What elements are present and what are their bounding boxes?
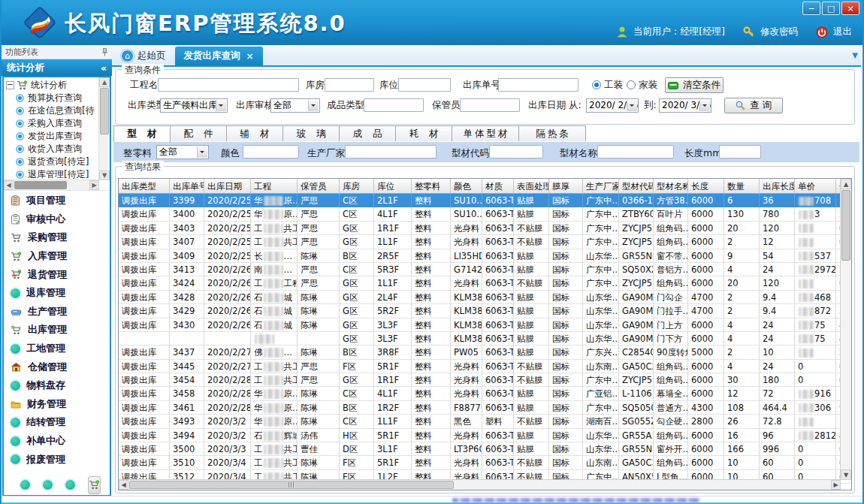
sidebar-item-生产管理[interactable]: 生产管理: [4, 303, 110, 321]
logout-link[interactable]: 退出: [833, 26, 852, 38]
cart-shortcut-button[interactable]: [88, 476, 101, 494]
material-tab-单体型材[interactable]: 单体型材: [452, 125, 519, 141]
change-password-link[interactable]: 修改密码: [760, 26, 798, 38]
dot-icon[interactable]: [43, 480, 53, 490]
tree-item-在途信息查询[待[interactable]: 在途信息查询[待: [5, 104, 98, 117]
table-row[interactable]: 调拨出库35002020/3/3工共工程曹佳D区3L1F整料LT3P606063…: [119, 442, 852, 456]
table-row[interactable]: 调拨出库34032020/2/25工共工程严思G区1R1F整料光身料6063-T…: [119, 222, 852, 235]
column-header-出库日期[interactable]: 出库日期: [204, 179, 251, 194]
outbound-type-select[interactable]: 生产领料出库: [160, 98, 228, 113]
dot-icon[interactable]: [65, 480, 75, 490]
material-tab-耗材[interactable]: 耗材: [395, 125, 452, 141]
tab-home[interactable]: ⌂ 起始页: [112, 47, 175, 65]
sidebar-item-项目管理[interactable]: 项目管理: [4, 192, 110, 210]
table-row[interactable]: 调拨出库34942020/3/2石辉城汤伟H区5R1F整料光身料6063-T5贴…: [119, 429, 852, 442]
sidebar-item-物料盘存[interactable]: 物料盘存: [4, 376, 110, 395]
clear-conditions-button[interactable]: 清空条件: [665, 77, 724, 93]
sidebar-section-header[interactable]: 统计分析 «: [2, 59, 112, 76]
tree-horizontal-scrollbar[interactable]: ◀ ▶: [4, 180, 99, 190]
tree-item-发货出库查询[interactable]: 发货出库查询: [5, 130, 98, 143]
sidebar-item-退货管理[interactable]: 退货管理: [4, 265, 110, 284]
tree-expander-icon[interactable]: [6, 81, 14, 89]
column-header-膜厚[interactable]: 膜厚: [549, 179, 583, 194]
tree-vscroll-thumb[interactable]: [100, 88, 109, 134]
tree-item-预算执行查询[interactable]: 预算执行查询: [5, 92, 98, 104]
table-row[interactable]: 调拨出库34072020/2/25工共工程严思G区1L1F整料光身料6063-T…: [119, 235, 852, 249]
table-row[interactable]: 调拨出库34132020/2/26南…严思C区5R3F整料G714226063-…: [119, 263, 852, 276]
table-row[interactable]: 调拨出库34282020/2/26石城陈琳G区2L4F整料KLM38176063…: [119, 291, 852, 304]
column-header-保管员[interactable]: 保管员: [298, 179, 340, 194]
tab-shipment-query[interactable]: 发货出库查询 ×: [175, 47, 263, 65]
table-row[interactable]: 调拨出库34932020/3/2华原…陈琳C区1L1F整料黑色塑料不贴膜国标湖南…: [119, 415, 852, 428]
table-row[interactable]: 调拨出库34092020/2/25长…陈琳B区2R5F整料LI35HD6063-…: [119, 249, 852, 263]
table-row[interactable]: 调拨出库34002020/2/25华原…严思C区4L1F整料SU10…6063-…: [119, 207, 852, 221]
sidebar-item-退库管理[interactable]: 退库管理: [4, 284, 110, 303]
column-header-颜色[interactable]: 颜色: [451, 179, 482, 194]
table-row[interactable]: 调拨出库34242020/2/26工工程严思G区1L1F整料光身料6063-T5…: [119, 276, 852, 290]
column-header-型材名称[interactable]: 型材名称: [654, 179, 688, 194]
column-header-数量[interactable]: 数量: [724, 179, 760, 194]
tree-hscroll-thumb[interactable]: [14, 181, 67, 189]
table-row[interactable]: 调拨出库33992020/2/25华原…严思C区2L1F整料SU10…6063-…: [119, 194, 852, 207]
material-tab-辅材[interactable]: 辅材: [226, 125, 283, 141]
column-header-出库单号[interactable]: 出库单号: [170, 179, 204, 194]
table-row[interactable]: 调拨出库34612020/2/28华原…陈琳B区1R2F整料F8877FT606…: [119, 401, 852, 415]
scroll-up-icon[interactable]: ▲: [841, 179, 851, 189]
close-button[interactable]: ×: [841, 2, 859, 15]
column-header-材质[interactable]: 材质: [482, 179, 514, 194]
sidebar-item-财务管理[interactable]: 财务管理: [4, 395, 110, 414]
scroll-left-icon[interactable]: ◀: [119, 480, 128, 490]
table-row[interactable]: 调拨出库34302020/2/26石城陈琳G区3L3F整料KLM38176063…: [119, 318, 852, 332]
tree-item-采购入库查询[interactable]: 采购入库查询: [5, 117, 98, 130]
sidebar-item-仓储管理[interactable]: 仓储管理: [4, 358, 110, 376]
scroll-down-icon[interactable]: ▼: [841, 469, 851, 480]
radio-jiazhuang[interactable]: 家装: [627, 79, 657, 92]
tree-item-退货查询[待定][interactable]: 退货查询[待定]: [5, 155, 98, 168]
radio-gongzhuang[interactable]: 工装: [592, 79, 623, 92]
tree-item-收货入库查询[interactable]: 收货入库查询: [5, 143, 98, 155]
table-horizontal-scrollbar[interactable]: ◀ ▶: [119, 479, 841, 490]
length-input[interactable]: [719, 145, 761, 158]
column-header-长度[interactable]: 长度: [688, 179, 724, 194]
sidebar-item-审核中心[interactable]: 审核中心: [4, 210, 110, 229]
table-hscroll-thumb[interactable]: [129, 481, 454, 489]
column-header-型材代码[interactable]: 型材代码: [619, 179, 654, 194]
table-vertical-scrollbar[interactable]: ▲ ▼: [840, 179, 851, 480]
table-row[interactable]: 调拨出库34542020/2/28工共工程严思G区1R1F整料光身料6063-T…: [119, 373, 852, 387]
scroll-right-icon[interactable]: ▶: [831, 480, 841, 490]
date-to-picker[interactable]: 2020/ 3/16: [659, 98, 711, 113]
material-tab-配件[interactable]: 配件: [170, 125, 227, 141]
material-tab-隔热条[interactable]: 隔热条: [518, 125, 586, 141]
date-from-picker[interactable]: 2020/ 2/16: [586, 98, 639, 113]
tree-root-statistics[interactable]: 统计分析: [5, 79, 98, 92]
tab-overflow-icon[interactable]: ▼: [852, 51, 858, 59]
scroll-up-icon[interactable]: ▲: [99, 77, 110, 87]
material-tab-玻璃[interactable]: 玻璃: [282, 125, 340, 141]
profile-code-input[interactable]: [489, 145, 543, 158]
warehouse-input[interactable]: [325, 78, 374, 92]
table-row[interactable]: 调拨出库34292020/2/26石城陈琳G区5R2F整料KLM38176063…: [119, 304, 852, 318]
keeper-input[interactable]: [460, 98, 520, 112]
sidebar-item-入库管理[interactable]: 入库管理: [4, 247, 110, 266]
sidebar-item-报废管理[interactable]: 报废管理: [4, 450, 110, 469]
table-vscroll-thumb[interactable]: [841, 190, 850, 261]
column-header-出库类型[interactable]: 出库类型: [119, 179, 170, 194]
table-row[interactable]: 调拨出库35102020/3/4工共工程陈琳F区5R1F整料光身料6063-T5…: [119, 456, 852, 469]
location-input[interactable]: [398, 78, 451, 92]
collapse-icon[interactable]: «: [101, 62, 107, 74]
order-no-input[interactable]: [498, 78, 579, 92]
dot-icon[interactable]: [20, 480, 30, 490]
product-type-input[interactable]: [364, 98, 424, 112]
tree-vertical-scrollbar[interactable]: ▲ ▼: [98, 77, 110, 180]
table-row[interactable]: G区3L3F整料KLM38176063-T5贴膜国标山东华…GA90M09…门下…: [119, 332, 852, 346]
sidebar-item-出库管理[interactable]: 出库管理: [4, 321, 110, 340]
table-row[interactable]: 调拨出库34582020/2/28华原…陈琳C区4L1F整料光身料6063-T5…: [119, 387, 852, 400]
manufacturer-input[interactable]: [345, 145, 437, 158]
sidebar-item-采购管理[interactable]: 采购管理: [4, 228, 110, 247]
profile-name-input[interactable]: [597, 145, 674, 158]
table-row[interactable]: 调拨出库34452020/2/27工共工程严思F区5R1F整料光身料6063-T…: [119, 360, 852, 373]
column-header-工程[interactable]: 工程: [251, 179, 298, 194]
table-row[interactable]: 调拨出库34372020/2/27佛…陈琳B区3R8F整料PW056063-T5…: [119, 346, 852, 359]
audit-select[interactable]: 全部: [270, 98, 320, 113]
tree-item-退库管理[待定][interactable]: 退库管理[待定]: [5, 168, 98, 180]
